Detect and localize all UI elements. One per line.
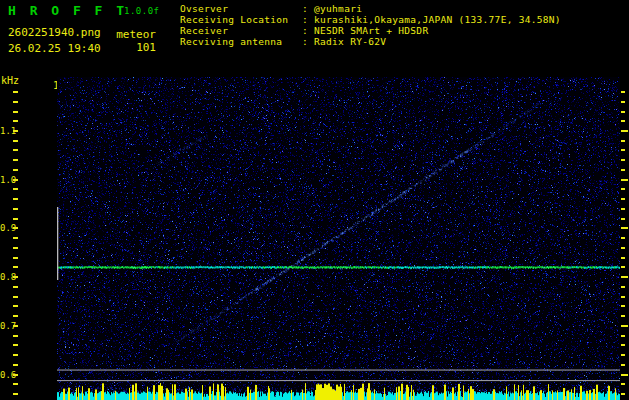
info-label: Ovserver [180,3,302,14]
y-tick-mark-left [13,354,18,356]
y-tick-mark-right [621,218,625,220]
info-label: Recviving antenna [180,36,302,47]
y-tick-mark-right [621,364,625,366]
y-tick-label: 0.9 [0,223,14,233]
info-value: : kurashiki,Okayama,JAPAN (133.77E, 34.5… [302,14,561,25]
y-tick-mark-left [13,149,18,151]
info-row: Receiving Location: kurashiki,Okayama,JA… [180,14,561,25]
y-tick-mark-left [13,364,18,366]
y-tick-mark-right [621,354,625,356]
y-axis-unit-label: kHz [1,75,19,86]
y-tick-mark-left [13,247,18,249]
y-tick-mark-left [13,315,18,317]
y-tick-mark-left [13,325,18,327]
y-tick-mark-right [621,130,628,132]
app-title: H R O F F T [8,3,127,18]
meteor-count: 101 [98,41,156,54]
y-tick-mark-right [621,325,628,327]
y-tick-mark-right [621,159,625,161]
output-filename: 2602251940.png [8,26,101,39]
y-tick-mark-right [621,120,625,122]
y-tick-mark-right [621,169,625,171]
info-value: : NESDR SMArt + HDSDR [302,25,428,36]
y-tick-mark-left [13,266,18,268]
app-version: 1.0.0f [124,6,160,16]
y-tick-mark-right [621,383,625,385]
y-tick-mark-right [621,374,628,376]
info-row: Receiver: NESDR SMArt + HDSDR [180,25,561,36]
info-label: Receiving Location [180,14,302,25]
y-tick-mark-right [621,111,625,113]
y-tick-mark-right [621,393,625,395]
y-tick-mark-right [621,344,625,346]
y-tick-mark-right [621,315,625,317]
y-tick-mark-right [621,208,625,210]
y-tick-mark-right [621,149,625,151]
y-tick-mark-left [13,101,18,103]
y-tick-label: 0.6 [0,370,14,380]
y-tick-mark-right [621,179,628,181]
y-tick-label: 0.8 [0,272,14,282]
y-tick-mark-right [621,140,625,142]
y-tick-mark-right [621,257,625,259]
y-tick-mark-right [621,266,625,268]
y-tick-mark-right [621,198,625,200]
info-row: Ovserver: @yuhmari [180,3,561,14]
y-tick-mark-left [13,159,18,161]
y-tick-mark-left [13,179,18,181]
y-tick-mark-right [621,335,625,337]
y-tick-mark-left [13,218,18,220]
y-tick-mark-left [13,91,18,93]
y-tick-mark-right [621,91,625,93]
y-tick-label: 1.1 [0,126,14,136]
y-tick-mark-left [13,227,18,229]
y-tick-mark-left [13,335,18,337]
y-tick-mark-left [13,188,18,190]
y-tick-mark-right [621,286,625,288]
y-tick-mark-right [621,296,625,298]
y-tick-mark-left [13,286,18,288]
mode-label: meteor [98,28,156,41]
y-tick-mark-left [13,305,18,307]
y-tick-mark-left [13,169,18,171]
y-tick-mark-right [621,305,625,307]
y-tick-mark-left [13,237,18,239]
y-tick-mark-right [621,227,628,229]
y-tick-mark-right [621,276,628,278]
y-tick-label: 1.0 [0,175,14,185]
y-tick-mark-left [13,296,18,298]
y-tick-mark-left [13,120,18,122]
hrofft-output: H R O F F T 1.0.0f 2602251940.png meteor… [0,0,629,400]
y-tick-mark-right [621,188,625,190]
y-tick-mark-left [13,130,18,132]
y-tick-mark-left [13,383,18,385]
y-tick-mark-right [621,247,625,249]
y-tick-mark-left [13,208,18,210]
info-label: Receiver [180,25,302,36]
y-tick-mark-left [13,198,18,200]
info-value: : Radix RY-62V [302,36,386,47]
info-value: : @yuhmari [302,3,362,14]
y-tick-mark-right [621,237,625,239]
y-tick-mark-left [13,393,18,395]
y-tick-mark-left [13,374,18,376]
y-tick-mark-left [13,257,18,259]
y-tick-mark-left [13,276,18,278]
spectrogram [57,77,620,400]
timestamp: 26.02.25 19:40 [8,42,101,55]
y-tick-mark-left [13,140,18,142]
info-row: Recviving antenna: Radix RY-62V [180,36,561,47]
y-tick-label: 0.7 [0,321,14,331]
y-tick-mark-right [621,101,625,103]
y-tick-mark-left [13,344,18,346]
y-tick-mark-left [13,111,18,113]
observer-info-block: Ovserver: @yuhmariReceiving Location: ku… [180,3,561,47]
